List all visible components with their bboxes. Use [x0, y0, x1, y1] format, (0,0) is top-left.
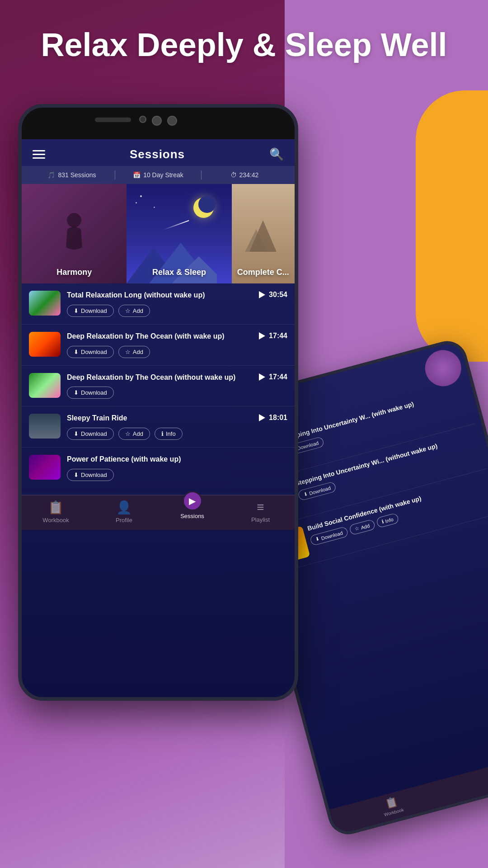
session-actions-1: ⬇ Download ☆ Add [67, 305, 253, 317]
category-relax-sleep[interactable]: Relax & Sleep [127, 184, 231, 283]
add-label-1: Add [133, 307, 143, 314]
sessions-icon: ▶ [189, 495, 196, 506]
info-button-4[interactable]: ℹ Info [155, 428, 183, 440]
second-info-icon-3: ℹ [381, 519, 384, 525]
stats-bar: 🎵 831 Sessions 📅 10 Day Streak ⏱ 234:42 [22, 166, 295, 184]
second-add-3[interactable]: ☆ Add [349, 519, 376, 536]
stat-time: ⏱ 234:42 [202, 171, 287, 179]
second-nav-profile[interactable]: 👤 Profile [450, 749, 488, 798]
workbook-icon: 📋 [48, 500, 64, 515]
star-icon-4: ☆ [125, 430, 131, 437]
star-1 [140, 195, 142, 197]
session-name-3: Deep Relaxation by The Ocean (without wa… [67, 373, 253, 382]
second-dl-icon-3: ⬇ [315, 536, 320, 542]
nav-profile[interactable]: 👤 Profile [90, 500, 158, 524]
add-label-4: Add [133, 430, 143, 437]
complete-label: Complete C... [232, 268, 295, 277]
session-time-1: 30:54 [259, 291, 287, 299]
session-item: Total Relaxation Long (without wake up) … [22, 283, 295, 325]
session-info-3: Deep Relaxation by The Ocean (without wa… [67, 373, 253, 399]
search-icon[interactable]: 🔍 [269, 147, 284, 161]
second-info-label-3: Info [385, 516, 394, 524]
second-dl-label-2: Download [309, 485, 331, 496]
download-button-2[interactable]: ⬇ Download [67, 346, 114, 358]
second-dl-label-3: Download [320, 530, 343, 541]
session-name-4: Sleepy Train Ride [67, 414, 253, 423]
hamburger-line-3 [33, 157, 45, 159]
add-button-1[interactable]: ☆ Add [118, 305, 150, 317]
star-icon-1: ☆ [125, 307, 131, 314]
session-item-4: Sleepy Train Ride ⬇ Download ☆ Add ℹ Inf [22, 406, 295, 448]
session-time-4: 18:01 [259, 414, 287, 422]
harmony-label: Harmony [22, 268, 127, 277]
music-icon: 🎵 [47, 171, 55, 179]
bottom-nav: 📋 Workbook 👤 Profile ▶ Sessions ≡ Playli… [22, 495, 295, 530]
sessions-active-circle: ▶ [183, 491, 202, 511]
sessions-nav-label: Sessions [180, 513, 204, 519]
session-thumbnail-2 [29, 332, 61, 357]
nav-playlist[interactable]: ≡ Playlist [226, 500, 295, 524]
nav-workbook[interactable]: 📋 Workbook [22, 500, 90, 524]
streak-value: 10 Day Streak [143, 171, 183, 179]
workbook-nav-label: Workbook [42, 517, 69, 524]
add-button-4[interactable]: ☆ Add [118, 428, 150, 440]
bg-yellow-arc [416, 90, 488, 362]
session-info-5: Power of Patience (with wake up) ⬇ Downl… [67, 455, 287, 481]
phone-camera-area [139, 116, 177, 126]
app-tagline: Relax Deeply & Sleep Well [0, 27, 488, 63]
stat-sessions: 🎵 831 Sessions [29, 171, 115, 179]
play-icon-4 [259, 414, 265, 421]
camera-dot-left [139, 116, 146, 123]
download-label-5: Download [81, 472, 107, 478]
mountains-svg-complete [245, 211, 281, 256]
session-actions-4: ⬇ Download ☆ Add ℹ Info [67, 428, 253, 440]
download-icon-4: ⬇ [74, 430, 79, 437]
category-complete[interactable]: Complete C... [232, 184, 295, 283]
time-value: 234:42 [239, 171, 259, 179]
app-header: Sessions 🔍 [22, 139, 295, 166]
session-list: Total Relaxation Long (without wake up) … [22, 283, 295, 495]
clock-icon: ⏱ [230, 171, 237, 179]
play-icon-2 [259, 332, 265, 340]
session-thumbnail-1 [29, 291, 61, 316]
info-icon-4: ℹ [161, 430, 164, 437]
session-info-2: Deep Relaxation by The Ocean (with wake … [67, 332, 253, 358]
second-info-3[interactable]: ℹ Info [375, 513, 399, 528]
star-2 [154, 207, 155, 208]
add-button-2[interactable]: ☆ Add [118, 346, 150, 358]
harmony-figure-svg [56, 207, 92, 261]
download-label-4: Download [81, 430, 107, 437]
category-scroll: Harmony Relax & Sleep [22, 184, 295, 283]
session-actions-2: ⬇ Download ☆ Add [67, 346, 253, 358]
star-3 [136, 202, 137, 203]
hamburger-line-1 [33, 150, 45, 151]
hamburger-button[interactable] [33, 150, 45, 159]
nav-sessions[interactable]: ▶ Sessions [158, 500, 226, 524]
download-button-5[interactable]: ⬇ Download [67, 469, 114, 481]
session-thumbnail-3 [29, 373, 61, 398]
camera-dot-right [167, 116, 177, 126]
session-name-5: Power of Patience (with wake up) [67, 455, 287, 464]
hamburger-line-2 [33, 154, 45, 155]
calendar-icon: 📅 [133, 171, 141, 179]
download-button-4[interactable]: ⬇ Download [67, 428, 114, 440]
session-time-2: 17:44 [259, 332, 287, 340]
add-label-2: Add [133, 349, 143, 355]
session-item-2: Deep Relaxation by The Ocean (with wake … [22, 325, 295, 366]
session-item-5: Power of Patience (with wake up) ⬇ Downl… [22, 448, 295, 495]
playlist-nav-label: Playlist [251, 516, 270, 523]
second-dl-icon-2: ⬇ [303, 491, 308, 498]
stat-streak: 📅 10 Day Streak [115, 171, 201, 179]
second-dl-label-1: Download [296, 440, 319, 451]
profile-icon: 👤 [116, 500, 132, 515]
download-button-3[interactable]: ⬇ Download [67, 387, 114, 399]
duration-4: 18:01 [269, 414, 287, 422]
phone-main: Sessions 🔍 🎵 831 Sessions 📅 10 Day Strea… [18, 104, 298, 701]
category-harmony[interactable]: Harmony [22, 184, 127, 283]
playlist-icon: ≡ [257, 500, 264, 514]
sessions-count: 831 Sessions [58, 171, 96, 179]
duration-1: 30:54 [269, 291, 287, 299]
app-title: Sessions [130, 147, 185, 161]
download-button-1[interactable]: ⬇ Download [67, 305, 114, 317]
session-actions-3: ⬇ Download [67, 387, 253, 399]
